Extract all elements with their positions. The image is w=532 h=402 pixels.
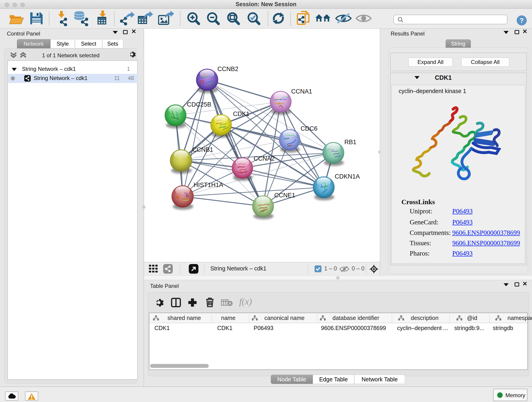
- svg-text:CCNE1: CCNE1: [274, 192, 295, 199]
- svg-text:CDKN1A: CDKN1A: [335, 173, 360, 180]
- svg-text:RB1: RB1: [344, 139, 356, 146]
- svg-text:CCNB2: CCNB2: [217, 65, 239, 72]
- svg-text:CDC6: CDC6: [301, 125, 317, 132]
- svg-text:CCNB1: CCNB1: [192, 146, 213, 153]
- svg-text:CCNA1: CCNA1: [291, 88, 312, 95]
- svg-text:HIST1H1A: HIST1H1A: [194, 182, 223, 188]
- svg-text:CCNA2: CCNA2: [254, 155, 275, 162]
- svg-text:?: ?: [520, 17, 524, 24]
- svg-text:CDK1: CDK1: [233, 110, 249, 117]
- svg-text:CDC25B: CDC25B: [187, 101, 211, 108]
